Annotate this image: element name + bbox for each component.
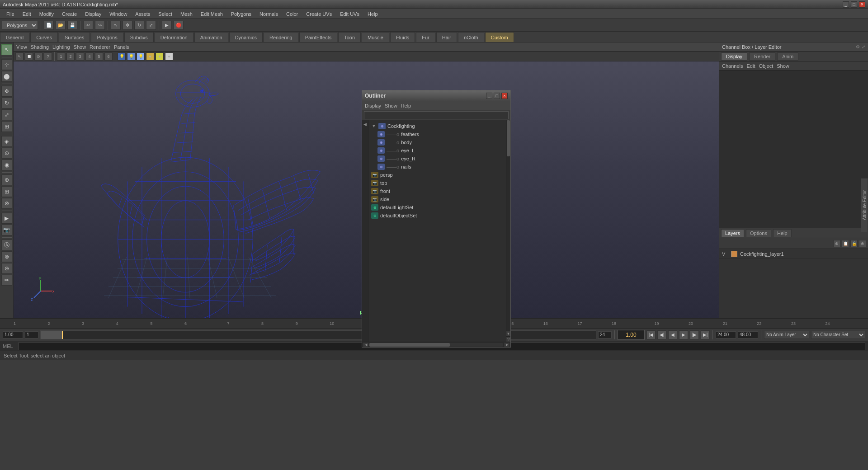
- soft-mod-btn[interactable]: ◈: [1, 136, 12, 147]
- minimize-button[interactable]: _: [843, 1, 849, 8]
- vp-light-2[interactable]: 💡: [127, 52, 135, 61]
- menu-assets[interactable]: Assets: [132, 10, 154, 18]
- outliner-scrollbar-thumb[interactable]: [507, 120, 510, 156]
- menu-display[interactable]: Display: [81, 10, 105, 18]
- ipr-btn[interactable]: 🔴: [174, 21, 184, 30]
- vp-menu-view[interactable]: View: [16, 44, 27, 50]
- tab-general[interactable]: General: [0, 32, 29, 42]
- maximize-button[interactable]: □: [851, 1, 857, 8]
- vp-display-6[interactable]: 6: [104, 52, 113, 61]
- tab-painteffects[interactable]: PaintEffects: [299, 32, 338, 42]
- redo-btn[interactable]: ↪: [95, 21, 105, 30]
- menu-edituvs[interactable]: Edit UVs: [336, 10, 363, 18]
- tab-muscle[interactable]: Muscle: [362, 32, 389, 42]
- menu-mesh[interactable]: Mesh: [177, 10, 196, 18]
- vp-display-4[interactable]: 4: [85, 52, 94, 61]
- attribute-editor-tab[interactable]: Attribute Editor: [861, 178, 868, 232]
- vp-tool-4[interactable]: ?: [44, 52, 52, 61]
- outliner-close-btn[interactable]: ×: [501, 93, 508, 99]
- menu-window[interactable]: Window: [106, 10, 131, 18]
- pencil-btn[interactable]: ✏: [1, 275, 12, 286]
- mode-dropdown[interactable]: Polygons: [2, 21, 38, 30]
- vp-display-5[interactable]: 5: [95, 52, 103, 61]
- layer-btn-2[interactable]: 📋: [842, 240, 849, 247]
- outliner-scroll-bottom[interactable]: ▽: [506, 336, 510, 342]
- tab-rendering[interactable]: Rendering: [264, 32, 298, 42]
- tab-hair[interactable]: Hair: [436, 32, 457, 42]
- layer-item-cockfighting[interactable]: V Cockfighting_layer1: [719, 249, 868, 259]
- tab-fur[interactable]: Fur: [416, 32, 435, 42]
- play-back-btn[interactable]: ◀: [668, 330, 677, 339]
- menu-file[interactable]: File: [3, 10, 18, 18]
- tree-item-defaultobjectset[interactable]: ⊕ defaultObjectSet: [368, 212, 506, 220]
- move-tool-btn[interactable]: ✥: [1, 86, 12, 97]
- outliner-hscroll-left[interactable]: ◀: [363, 343, 368, 347]
- vp-display-3[interactable]: 3: [76, 52, 84, 61]
- tab-deformation[interactable]: Deformation: [155, 32, 193, 42]
- outliner-minimize-btn[interactable]: _: [486, 93, 492, 99]
- outliner-menu-display[interactable]: Display: [365, 103, 381, 108]
- show-manip-btn[interactable]: ◉: [1, 160, 12, 170]
- outliner-hscroll-thumb[interactable]: [369, 343, 450, 347]
- undo-btn[interactable]: ↩: [83, 21, 93, 30]
- tree-item-defaultlightset[interactable]: ⊕ defaultLightSet: [368, 203, 506, 212]
- outliner-collapse-all[interactable]: ◀: [363, 122, 367, 127]
- vp-color-1[interactable]: ●: [146, 52, 154, 61]
- save-btn[interactable]: 💾: [67, 21, 77, 30]
- vp-light-3[interactable]: 💡: [137, 52, 145, 61]
- menu-edit[interactable]: Edit: [19, 10, 35, 18]
- vp-menu-renderer[interactable]: Renderer: [90, 44, 110, 50]
- window-controls[interactable]: _ □ ×: [843, 1, 865, 8]
- tab-curves[interactable]: Curves: [30, 32, 58, 42]
- vp-display-2[interactable]: 2: [66, 52, 75, 61]
- new-scene-btn[interactable]: 📄: [44, 21, 54, 30]
- outliner-title-bar[interactable]: Outliner _ □ ×: [362, 90, 510, 101]
- render-btn[interactable]: ▶: [162, 21, 172, 30]
- scale-tool-btn[interactable]: ⤢: [1, 109, 12, 120]
- menu-create[interactable]: Create: [58, 10, 80, 18]
- tree-item-eye-l[interactable]: ⊕ ——o eye_L: [368, 146, 506, 155]
- tab-fluids[interactable]: Fluids: [390, 32, 415, 42]
- tab-custom[interactable]: Custom: [485, 32, 514, 42]
- vp-tool-1[interactable]: ↖: [15, 52, 24, 61]
- layer-tab-help[interactable]: Help: [773, 229, 792, 237]
- snap-points-btn[interactable]: ⊕: [1, 174, 12, 185]
- channel-tab-render[interactable]: Render: [749, 52, 775, 61]
- vp-tool-2[interactable]: 🔲: [25, 52, 33, 61]
- select-tool-btn[interactable]: ↖: [1, 44, 12, 55]
- render-region-btn[interactable]: ▶: [1, 213, 12, 224]
- outliner-maximize-btn[interactable]: □: [494, 93, 500, 99]
- character-set-selector[interactable]: No Character Set: [811, 331, 865, 339]
- tree-item-cockfighting[interactable]: ▼ ⊕ Cockfighting: [368, 122, 506, 130]
- vp-menu-panels[interactable]: Panels: [114, 44, 129, 50]
- snapshot-btn[interactable]: 📷: [1, 225, 12, 235]
- rotate-tool-btn[interactable]: ↻: [1, 98, 12, 108]
- layer-tab-options[interactable]: Options: [746, 229, 771, 237]
- open-btn[interactable]: 📂: [56, 21, 66, 30]
- outliner-menu-help[interactable]: Help: [401, 103, 411, 108]
- timeline-end-field[interactable]: [598, 331, 612, 338]
- frame-counter[interactable]: 1.00: [618, 330, 645, 340]
- tree-expand-cockfighting[interactable]: ▼: [371, 123, 377, 129]
- last-tool-btn[interactable]: ⊞: [1, 121, 12, 132]
- timeline-start-field[interactable]: [3, 331, 23, 338]
- scale-btn[interactable]: ⤢: [146, 21, 156, 30]
- play-forward-btn[interactable]: ▶: [679, 330, 688, 339]
- select-btn[interactable]: ↖: [111, 21, 121, 30]
- sculpt-btn[interactable]: ⊙: [1, 148, 12, 159]
- channel-tab-anim[interactable]: Anim: [777, 52, 798, 61]
- cb-menu-object[interactable]: Object: [759, 63, 773, 69]
- channel-box-expand-icon[interactable]: ⤢: [862, 44, 865, 49]
- range-start-field[interactable]: [716, 331, 736, 338]
- param-curves-btn[interactable]: ⊝: [1, 263, 12, 274]
- move-btn[interactable]: ✥: [123, 21, 132, 30]
- tree-item-top[interactable]: 📷 top: [368, 179, 506, 187]
- lasso-tool-btn[interactable]: ⊹: [1, 59, 12, 70]
- layer-btn-4[interactable]: ⊗: [859, 240, 866, 247]
- menu-color[interactable]: Color: [283, 10, 302, 18]
- outliner-menu-show[interactable]: Show: [385, 103, 397, 108]
- layer-btn-3[interactable]: 🔒: [850, 240, 858, 247]
- menu-createuvs[interactable]: Create UVs: [302, 10, 335, 18]
- layer-btn-1[interactable]: ⊕: [833, 240, 840, 247]
- anim-layer-selector[interactable]: No Anim Layer: [764, 331, 809, 339]
